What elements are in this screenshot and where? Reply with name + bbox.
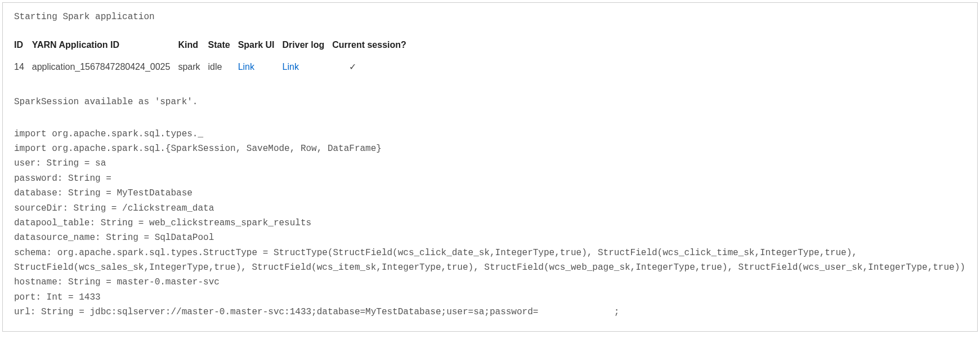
cell-kind: spark: [178, 56, 208, 78]
cell-spark-ui: Link: [238, 56, 283, 78]
col-yarn-app-id: YARN Application ID: [32, 34, 178, 56]
cell-driver-log: Link: [283, 56, 333, 78]
col-current-session: Current session?: [332, 34, 414, 56]
table-row: 14 application_1567847280424_0025 spark …: [14, 56, 414, 78]
cell-current-session: ✓: [332, 56, 414, 78]
cell-yarn-app-id: application_1567847280424_0025: [32, 56, 178, 78]
col-id: ID: [14, 34, 32, 56]
table-header-row: ID YARN Application ID Kind State Spark …: [14, 34, 414, 56]
driver-log-link[interactable]: Link: [283, 62, 299, 72]
notebook-output-cell: Starting Spark application ID YARN Appli…: [2, 2, 978, 332]
col-driver-log: Driver log: [283, 34, 333, 56]
starting-status: Starting Spark application: [14, 10, 966, 24]
cell-state: idle: [208, 56, 238, 78]
cell-id: 14: [14, 56, 32, 78]
code-output-block: import org.apache.spark.sql.types._ impo…: [14, 127, 966, 320]
spark-application-table: ID YARN Application ID Kind State Spark …: [14, 34, 414, 78]
col-state: State: [208, 34, 238, 56]
spark-ui-link[interactable]: Link: [238, 62, 254, 72]
col-kind: Kind: [178, 34, 208, 56]
session-available-text: SparkSession available as 'spark'.: [14, 95, 966, 109]
col-spark-ui: Spark UI: [238, 34, 283, 56]
